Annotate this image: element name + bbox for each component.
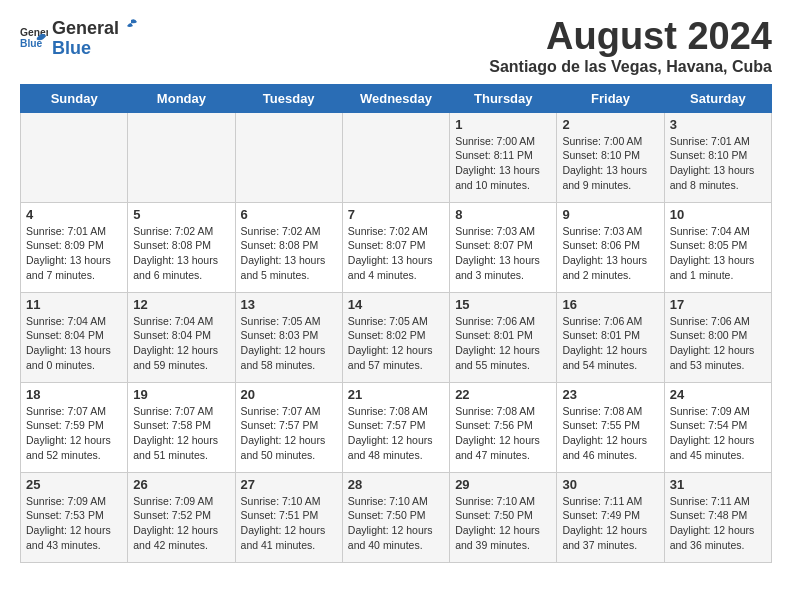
- calendar-cell: 30Sunrise: 7:11 AM Sunset: 7:49 PM Dayli…: [557, 472, 664, 562]
- cell-content: Sunrise: 7:07 AM Sunset: 7:59 PM Dayligh…: [26, 404, 122, 463]
- cell-content: Sunrise: 7:03 AM Sunset: 8:07 PM Dayligh…: [455, 224, 551, 283]
- day-of-week-header: Friday: [557, 84, 664, 112]
- calendar-cell: 10Sunrise: 7:04 AM Sunset: 8:05 PM Dayli…: [664, 202, 771, 292]
- day-of-week-header: Sunday: [21, 84, 128, 112]
- calendar-cell: 23Sunrise: 7:08 AM Sunset: 7:55 PM Dayli…: [557, 382, 664, 472]
- calendar-cell: [235, 112, 342, 202]
- cell-content: Sunrise: 7:01 AM Sunset: 8:09 PM Dayligh…: [26, 224, 122, 283]
- calendar-cell: 12Sunrise: 7:04 AM Sunset: 8:04 PM Dayli…: [128, 292, 235, 382]
- calendar-cell: 2Sunrise: 7:00 AM Sunset: 8:10 PM Daylig…: [557, 112, 664, 202]
- cell-content: Sunrise: 7:05 AM Sunset: 8:03 PM Dayligh…: [241, 314, 337, 373]
- calendar-cell: [21, 112, 128, 202]
- day-number: 15: [455, 297, 551, 312]
- cell-content: Sunrise: 7:06 AM Sunset: 8:01 PM Dayligh…: [562, 314, 658, 373]
- logo-blue: Blue: [52, 38, 91, 58]
- cell-content: Sunrise: 7:01 AM Sunset: 8:10 PM Dayligh…: [670, 134, 766, 193]
- cell-content: Sunrise: 7:10 AM Sunset: 7:51 PM Dayligh…: [241, 494, 337, 553]
- day-number: 24: [670, 387, 766, 402]
- subtitle: Santiago de las Vegas, Havana, Cuba: [489, 58, 772, 76]
- day-number: 8: [455, 207, 551, 222]
- day-number: 7: [348, 207, 444, 222]
- day-number: 17: [670, 297, 766, 312]
- cell-content: Sunrise: 7:09 AM Sunset: 7:52 PM Dayligh…: [133, 494, 229, 553]
- logo-general: General: [52, 19, 119, 39]
- cell-content: Sunrise: 7:02 AM Sunset: 8:08 PM Dayligh…: [133, 224, 229, 283]
- day-number: 16: [562, 297, 658, 312]
- day-number: 6: [241, 207, 337, 222]
- cell-content: Sunrise: 7:08 AM Sunset: 7:55 PM Dayligh…: [562, 404, 658, 463]
- svg-text:Blue: Blue: [20, 39, 43, 50]
- day-of-week-header: Saturday: [664, 84, 771, 112]
- cell-content: Sunrise: 7:04 AM Sunset: 8:04 PM Dayligh…: [133, 314, 229, 373]
- day-number: 25: [26, 477, 122, 492]
- day-number: 19: [133, 387, 229, 402]
- calendar-cell: 11Sunrise: 7:04 AM Sunset: 8:04 PM Dayli…: [21, 292, 128, 382]
- cell-content: Sunrise: 7:11 AM Sunset: 7:48 PM Dayligh…: [670, 494, 766, 553]
- calendar-header-row: SundayMondayTuesdayWednesdayThursdayFrid…: [21, 84, 772, 112]
- calendar-week-row: 11Sunrise: 7:04 AM Sunset: 8:04 PM Dayli…: [21, 292, 772, 382]
- day-number: 29: [455, 477, 551, 492]
- calendar-cell: 4Sunrise: 7:01 AM Sunset: 8:09 PM Daylig…: [21, 202, 128, 292]
- calendar-cell: 15Sunrise: 7:06 AM Sunset: 8:01 PM Dayli…: [450, 292, 557, 382]
- cell-content: Sunrise: 7:00 AM Sunset: 8:10 PM Dayligh…: [562, 134, 658, 193]
- cell-content: Sunrise: 7:04 AM Sunset: 8:04 PM Dayligh…: [26, 314, 122, 373]
- calendar-cell: 20Sunrise: 7:07 AM Sunset: 7:57 PM Dayli…: [235, 382, 342, 472]
- cell-content: Sunrise: 7:09 AM Sunset: 7:54 PM Dayligh…: [670, 404, 766, 463]
- day-number: 30: [562, 477, 658, 492]
- cell-content: Sunrise: 7:09 AM Sunset: 7:53 PM Dayligh…: [26, 494, 122, 553]
- day-of-week-header: Tuesday: [235, 84, 342, 112]
- calendar-cell: 17Sunrise: 7:06 AM Sunset: 8:00 PM Dayli…: [664, 292, 771, 382]
- cell-content: Sunrise: 7:07 AM Sunset: 7:57 PM Dayligh…: [241, 404, 337, 463]
- cell-content: Sunrise: 7:02 AM Sunset: 8:07 PM Dayligh…: [348, 224, 444, 283]
- calendar-cell: 8Sunrise: 7:03 AM Sunset: 8:07 PM Daylig…: [450, 202, 557, 292]
- cell-content: Sunrise: 7:05 AM Sunset: 8:02 PM Dayligh…: [348, 314, 444, 373]
- calendar-cell: 24Sunrise: 7:09 AM Sunset: 7:54 PM Dayli…: [664, 382, 771, 472]
- cell-content: Sunrise: 7:00 AM Sunset: 8:11 PM Dayligh…: [455, 134, 551, 193]
- day-number: 2: [562, 117, 658, 132]
- calendar-cell: 27Sunrise: 7:10 AM Sunset: 7:51 PM Dayli…: [235, 472, 342, 562]
- day-number: 27: [241, 477, 337, 492]
- calendar-table: SundayMondayTuesdayWednesdayThursdayFrid…: [20, 84, 772, 563]
- cell-content: Sunrise: 7:03 AM Sunset: 8:06 PM Dayligh…: [562, 224, 658, 283]
- day-number: 14: [348, 297, 444, 312]
- day-number: 23: [562, 387, 658, 402]
- header: General Blue General Blue August 2024 Sa…: [20, 16, 772, 76]
- day-number: 11: [26, 297, 122, 312]
- day-of-week-header: Wednesday: [342, 84, 449, 112]
- cell-content: Sunrise: 7:10 AM Sunset: 7:50 PM Dayligh…: [348, 494, 444, 553]
- day-number: 31: [670, 477, 766, 492]
- calendar-week-row: 18Sunrise: 7:07 AM Sunset: 7:59 PM Dayli…: [21, 382, 772, 472]
- day-number: 3: [670, 117, 766, 132]
- cell-content: Sunrise: 7:11 AM Sunset: 7:49 PM Dayligh…: [562, 494, 658, 553]
- cell-content: Sunrise: 7:07 AM Sunset: 7:58 PM Dayligh…: [133, 404, 229, 463]
- calendar-cell: 19Sunrise: 7:07 AM Sunset: 7:58 PM Dayli…: [128, 382, 235, 472]
- cell-content: Sunrise: 7:06 AM Sunset: 8:01 PM Dayligh…: [455, 314, 551, 373]
- cell-content: Sunrise: 7:06 AM Sunset: 8:00 PM Dayligh…: [670, 314, 766, 373]
- day-number: 22: [455, 387, 551, 402]
- day-number: 20: [241, 387, 337, 402]
- logo-icon: General Blue: [20, 23, 48, 51]
- calendar-cell: 28Sunrise: 7:10 AM Sunset: 7:50 PM Dayli…: [342, 472, 449, 562]
- calendar-cell: 18Sunrise: 7:07 AM Sunset: 7:59 PM Dayli…: [21, 382, 128, 472]
- day-number: 13: [241, 297, 337, 312]
- day-of-week-header: Monday: [128, 84, 235, 112]
- calendar-cell: 13Sunrise: 7:05 AM Sunset: 8:03 PM Dayli…: [235, 292, 342, 382]
- day-number: 4: [26, 207, 122, 222]
- day-number: 10: [670, 207, 766, 222]
- calendar-cell: 9Sunrise: 7:03 AM Sunset: 8:06 PM Daylig…: [557, 202, 664, 292]
- main-title: August 2024: [489, 16, 772, 58]
- day-number: 12: [133, 297, 229, 312]
- calendar-cell: 29Sunrise: 7:10 AM Sunset: 7:50 PM Dayli…: [450, 472, 557, 562]
- calendar-cell: 25Sunrise: 7:09 AM Sunset: 7:53 PM Dayli…: [21, 472, 128, 562]
- day-number: 18: [26, 387, 122, 402]
- day-number: 1: [455, 117, 551, 132]
- calendar-cell: 21Sunrise: 7:08 AM Sunset: 7:57 PM Dayli…: [342, 382, 449, 472]
- calendar-cell: 1Sunrise: 7:00 AM Sunset: 8:11 PM Daylig…: [450, 112, 557, 202]
- day-of-week-header: Thursday: [450, 84, 557, 112]
- cell-content: Sunrise: 7:08 AM Sunset: 7:56 PM Dayligh…: [455, 404, 551, 463]
- day-number: 21: [348, 387, 444, 402]
- day-number: 9: [562, 207, 658, 222]
- calendar-cell: 26Sunrise: 7:09 AM Sunset: 7:52 PM Dayli…: [128, 472, 235, 562]
- calendar-cell: 22Sunrise: 7:08 AM Sunset: 7:56 PM Dayli…: [450, 382, 557, 472]
- logo-bird-icon: [121, 16, 139, 34]
